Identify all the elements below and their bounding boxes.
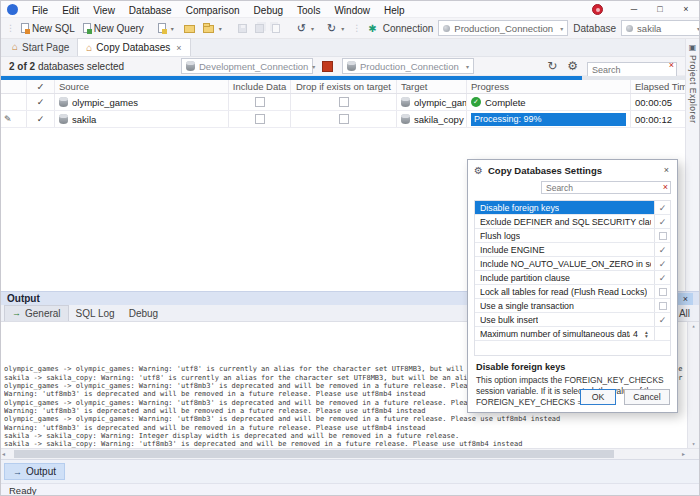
drop-if-exists-checkbox[interactable] <box>339 114 349 124</box>
chevron-down-icon[interactable]: ▾ <box>466 63 469 70</box>
new-project-button[interactable]: ▾ <box>154 19 180 37</box>
ok-button[interactable]: OK <box>580 389 616 405</box>
grid-header-drop[interactable]: Drop if exists on target <box>291 80 397 93</box>
include-data-checkbox[interactable] <box>255 97 265 107</box>
copy-button[interactable] <box>268 19 284 37</box>
scroll-up-icon[interactable]: ▴ <box>688 322 699 330</box>
menu-item[interactable]: File <box>25 5 55 16</box>
database-select[interactable]: sakila ▾ <box>621 20 700 36</box>
chevron-down-icon[interactable]: ▾ <box>169 25 176 32</box>
clear-search-icon[interactable]: × <box>663 182 668 192</box>
output-vertical-scrollbar[interactable]: ▴ ▾ <box>687 322 699 448</box>
settings-option[interactable]: Lock all tables for read (Flush Read Loc… <box>475 285 670 299</box>
grid-header-target[interactable]: Target <box>397 80 467 93</box>
window-close-button[interactable]: × <box>673 1 699 17</box>
dialog-close-button[interactable]: × <box>662 165 671 175</box>
grid-header-progress[interactable]: Progress <box>467 80 631 93</box>
close-icon[interactable]: × <box>176 43 181 53</box>
tab-start-page[interactable]: ⌂ Start Page <box>4 38 77 56</box>
output-horizontal-scrollbar[interactable]: ◂ ▸ <box>1 448 699 459</box>
settings-option[interactable]: Flush logs <box>475 229 670 243</box>
settings-option[interactable]: Include NO_AUTO_VALUE_ON_ZERO in script … <box>475 257 670 271</box>
tab-debug[interactable]: Debug <box>122 305 165 321</box>
tab-general[interactable]: → General <box>4 305 69 321</box>
dialog-title-bar[interactable]: ⚙ Copy Databases Settings × <box>468 160 677 180</box>
trial-badge-icon[interactable] <box>592 4 603 15</box>
option-checkbox[interactable] <box>659 288 667 296</box>
open-file-button[interactable] <box>180 19 199 37</box>
window-minimize-button[interactable]: ─ <box>621 1 647 17</box>
settings-option[interactable]: Disable foreign keys ✓ <box>475 201 670 215</box>
scrollbar-thumb[interactable] <box>14 450 614 458</box>
include-data-checkbox[interactable] <box>255 114 265 124</box>
open-project-button[interactable]: ▾ <box>199 19 228 37</box>
clipped-all-button[interactable]: All <box>679 308 690 319</box>
grid-header-include-data[interactable]: Include Data <box>229 80 291 93</box>
row-checkbox[interactable]: ✓ <box>37 114 45 124</box>
grid-header-elapsed[interactable]: Elapsed Time <box>631 80 687 93</box>
stop-button[interactable] <box>322 61 333 72</box>
option-checkbox[interactable] <box>659 232 667 240</box>
settings-option[interactable]: Include ENGINE ✓ <box>475 243 670 257</box>
redo-button[interactable]: ↻ ▾ <box>320 19 350 37</box>
menu-item[interactable]: Window <box>327 5 377 16</box>
menu-item[interactable]: Debug <box>247 5 290 16</box>
new-connection-icon[interactable]: ✱ <box>368 23 376 34</box>
option-checkmark[interactable]: ✓ <box>659 259 667 269</box>
menu-item[interactable]: Tools <box>290 5 327 16</box>
option-checkmark[interactable]: ✓ <box>659 203 667 213</box>
output-close-button[interactable]: × <box>678 293 693 305</box>
target-connection-select[interactable]: Production_Connection ▾ <box>342 58 474 74</box>
connection-select[interactable]: Production_Connection ▾ <box>438 20 568 36</box>
chevron-down-icon[interactable]: ▾ <box>217 25 224 32</box>
undo-button[interactable]: ↺ ▾ <box>290 19 320 37</box>
chevron-down-icon[interactable]: ▾ <box>560 25 563 32</box>
clear-search-icon[interactable]: × <box>669 60 674 70</box>
drop-if-exists-checkbox[interactable] <box>339 97 349 107</box>
project-explorer-tab[interactable]: ▣ Project Explorer <box>686 39 699 123</box>
settings-option[interactable]: Use bulk insert ✓ <box>475 313 670 327</box>
save-all-button[interactable] <box>251 19 268 37</box>
grid-header-source[interactable]: Source <box>55 80 229 93</box>
row-sakila[interactable]: ✎ ✓ sakila sakila_copy Processing: 99% 0… <box>1 111 685 128</box>
settings-search-input[interactable] <box>541 181 671 194</box>
row-checkbox[interactable]: ✓ <box>37 97 45 107</box>
option-checkmark[interactable]: ✓ <box>659 245 667 255</box>
tab-copy-databases[interactable]: ⌂ Copy Databases × <box>77 38 190 56</box>
grid-header-check[interactable]: ✓ <box>27 80 55 93</box>
menu-item[interactable]: View <box>86 5 122 16</box>
option-label: Disable foreign keys <box>480 203 559 213</box>
scroll-left-icon[interactable]: ◂ <box>2 450 5 457</box>
new-query-button[interactable]: New Query <box>79 19 148 37</box>
output-dock-button[interactable]: → Output <box>4 463 65 480</box>
option-checkbox[interactable] <box>659 302 667 310</box>
spin-down-icon[interactable]: ▾ <box>645 334 648 338</box>
cancel-button[interactable]: Cancel <box>624 389 670 405</box>
save-button[interactable] <box>234 19 251 37</box>
scroll-right-icon[interactable]: ▸ <box>682 450 685 457</box>
settings-option[interactable]: Include partition clause ✓ <box>475 271 670 285</box>
gear-icon[interactable]: ⚙ <box>567 58 578 74</box>
tab-sql-log[interactable]: SQL Log <box>69 305 122 321</box>
chevron-down-icon[interactable]: ▾ <box>312 63 315 70</box>
option-checkmark[interactable]: ✓ <box>659 273 667 283</box>
menu-item[interactable]: Database <box>122 5 179 16</box>
option-checkmark[interactable]: ✓ <box>659 315 667 325</box>
source-connection-select[interactable]: Development_Connection ▾ <box>181 58 313 74</box>
menu-item[interactable]: Help <box>377 5 412 16</box>
chevron-down-icon[interactable]: ▾ <box>339 25 346 32</box>
row-olympic-games[interactable]: ✓ olympic_games olympic_games Complete 0… <box>1 94 685 111</box>
refresh-icon[interactable]: ↻ <box>547 58 557 74</box>
menu-item[interactable]: Edit <box>55 5 86 16</box>
settings-option[interactable]: Maximum number of simultaneous database … <box>475 327 670 341</box>
new-sql-button[interactable]: New SQL <box>17 19 79 37</box>
chevron-down-icon[interactable]: ▾ <box>309 25 316 32</box>
scroll-down-icon[interactable]: ▾ <box>688 440 699 448</box>
settings-option[interactable]: Exclude DEFINER and SQL SECURITY clauses… <box>475 215 670 229</box>
option-checkmark[interactable]: ✓ <box>659 217 667 227</box>
search-input[interactable] <box>587 62 677 77</box>
window-maximize-button[interactable]: □ <box>647 1 673 17</box>
menu-item[interactable]: Comparison <box>179 5 247 16</box>
spinner-control[interactable]: ▴▾ <box>642 330 651 338</box>
settings-option[interactable]: Use a single transaction <box>475 299 670 313</box>
